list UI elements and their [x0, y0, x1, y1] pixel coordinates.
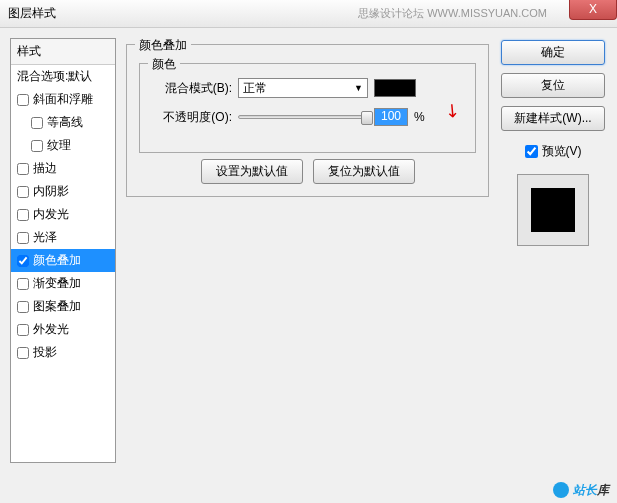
footer-text: 站长库	[573, 481, 609, 499]
style-checkbox[interactable]	[17, 163, 29, 175]
style-item[interactable]: 投影	[11, 341, 115, 364]
color-group-label: 颜色	[148, 56, 180, 73]
style-item[interactable]: 图案叠加	[11, 295, 115, 318]
style-checkbox[interactable]	[17, 209, 29, 221]
color-group: 颜色 混合模式(B): 正常 ▼ 不透明度(O): 100 %	[139, 63, 476, 153]
blend-mode-value: 正常	[243, 80, 267, 97]
style-label: 图案叠加	[33, 298, 81, 315]
opacity-slider[interactable]	[238, 115, 368, 119]
titlebar: 图层样式 思缘设计论坛 WWW.MISSYUAN.COM X	[0, 0, 617, 28]
style-checkbox[interactable]	[17, 301, 29, 313]
settings-panel: 颜色叠加 颜色 混合模式(B): 正常 ▼ 不透明度(O): 100	[126, 38, 489, 463]
style-item[interactable]: 纹理	[11, 134, 115, 157]
color-swatch[interactable]	[374, 79, 416, 97]
style-item[interactable]: 描边	[11, 157, 115, 180]
style-label: 内发光	[33, 206, 69, 223]
ok-button[interactable]: 确定	[501, 40, 605, 65]
preview-checkbox-row[interactable]: 预览(V)	[525, 143, 582, 160]
cancel-button[interactable]: 复位	[501, 73, 605, 98]
opacity-label: 不透明度(O):	[152, 109, 232, 126]
style-checkbox[interactable]	[17, 255, 29, 267]
style-label: 外发光	[33, 321, 69, 338]
style-checkbox[interactable]	[17, 186, 29, 198]
style-label: 光泽	[33, 229, 57, 246]
footer-watermark: 站长库	[553, 481, 609, 499]
style-label: 描边	[33, 160, 57, 177]
style-item[interactable]: 光泽	[11, 226, 115, 249]
close-icon: X	[589, 2, 597, 16]
style-checkbox[interactable]	[17, 324, 29, 336]
close-button[interactable]: X	[569, 0, 617, 20]
style-item[interactable]: 外发光	[11, 318, 115, 341]
style-item[interactable]: 内阴影	[11, 180, 115, 203]
style-item[interactable]: 渐变叠加	[11, 272, 115, 295]
styles-list: 样式 混合选项:默认 斜面和浮雕等高线纹理描边内阴影内发光光泽颜色叠加渐变叠加图…	[10, 38, 116, 463]
reset-default-button[interactable]: 复位为默认值	[313, 159, 415, 184]
style-checkbox[interactable]	[17, 94, 29, 106]
style-checkbox[interactable]	[17, 347, 29, 359]
opacity-input[interactable]: 100	[374, 108, 408, 126]
style-label: 斜面和浮雕	[33, 91, 93, 108]
blend-mode-row: 混合模式(B): 正常 ▼	[152, 78, 463, 98]
style-label: 投影	[33, 344, 57, 361]
preview-swatch	[531, 188, 575, 232]
style-checkbox[interactable]	[17, 232, 29, 244]
new-style-button[interactable]: 新建样式(W)...	[501, 106, 605, 131]
style-checkbox[interactable]	[17, 278, 29, 290]
style-checkbox[interactable]	[31, 117, 43, 129]
slider-thumb-icon	[361, 111, 373, 125]
opacity-unit: %	[414, 110, 425, 124]
watermark-text: 思缘设计论坛 WWW.MISSYUAN.COM	[358, 6, 547, 21]
style-item[interactable]: 等高线	[11, 111, 115, 134]
style-label: 纹理	[47, 137, 71, 154]
blend-mode-dropdown[interactable]: 正常 ▼	[238, 78, 368, 98]
preview-checkbox[interactable]	[525, 145, 538, 158]
defaults-row: 设置为默认值 复位为默认值	[139, 159, 476, 184]
preview-label: 预览(V)	[542, 143, 582, 160]
opacity-row: 不透明度(O): 100 %	[152, 108, 463, 126]
logo-icon	[553, 482, 569, 498]
preview-box	[517, 174, 589, 246]
styles-header: 样式	[11, 39, 115, 65]
blend-options-defaults[interactable]: 混合选项:默认	[11, 65, 115, 88]
right-panel: 确定 复位 新建样式(W)... 预览(V)	[499, 38, 607, 463]
window-title: 图层样式	[8, 5, 56, 22]
style-item[interactable]: 颜色叠加	[11, 249, 115, 272]
chevron-down-icon: ▼	[354, 83, 363, 93]
style-checkbox[interactable]	[31, 140, 43, 152]
dialog-body: 样式 混合选项:默认 斜面和浮雕等高线纹理描边内阴影内发光光泽颜色叠加渐变叠加图…	[0, 28, 617, 473]
panel-title: 颜色叠加	[135, 37, 191, 54]
style-item[interactable]: 斜面和浮雕	[11, 88, 115, 111]
color-overlay-group: 颜色叠加 颜色 混合模式(B): 正常 ▼ 不透明度(O): 100	[126, 44, 489, 197]
set-default-button[interactable]: 设置为默认值	[201, 159, 303, 184]
blend-mode-label: 混合模式(B):	[152, 80, 232, 97]
style-label: 颜色叠加	[33, 252, 81, 269]
style-label: 等高线	[47, 114, 83, 131]
style-item[interactable]: 内发光	[11, 203, 115, 226]
style-label: 内阴影	[33, 183, 69, 200]
style-label: 渐变叠加	[33, 275, 81, 292]
